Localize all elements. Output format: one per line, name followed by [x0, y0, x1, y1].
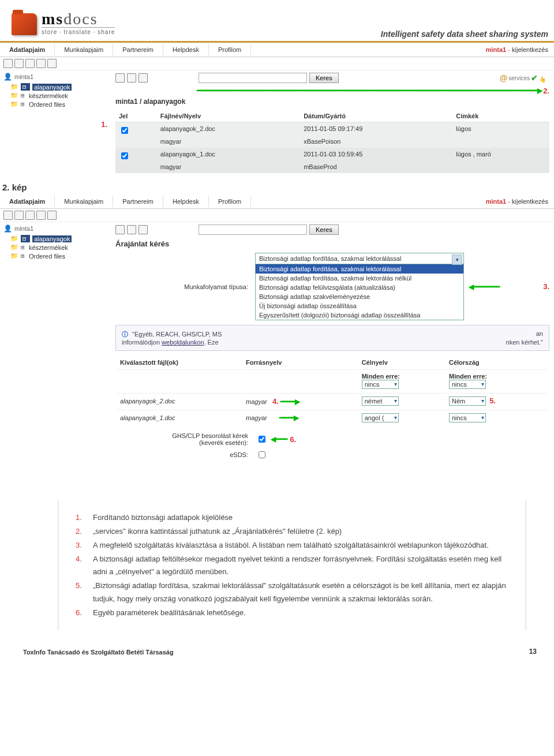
- inst-num: 5.: [76, 581, 82, 590]
- file-table: Jel Fájlnév/Nyelv Dátum/Gyártó Címkék al…: [115, 110, 549, 173]
- target-lang-select[interactable]: angol (: [362, 413, 399, 422]
- dropdown-option[interactable]: Biztonsági adatlap szakvéleményezése: [256, 292, 463, 301]
- search-input[interactable]: [199, 73, 307, 83]
- tree-item-kesztermekek[interactable]: ⊞késztermékek: [3, 243, 107, 252]
- dropdown-option[interactable]: Biztonsági adatlap felülvizsgálata (aktu…: [256, 283, 463, 292]
- sidebar-tree-2: minta1 ⊟alapanyagok ⊞késztermékek ⊞Order…: [0, 222, 111, 466]
- tree-user: minta1: [3, 73, 107, 81]
- tabbar-2: Adatlapjaim Munkalapjaim Partnereim Help…: [0, 194, 554, 209]
- tree-user: minta1: [3, 224, 107, 233]
- services-link[interactable]: services✔ 👆: [500, 73, 549, 83]
- col-files: Kiválasztott fájl(ok): [117, 357, 241, 368]
- tree-item-alapanyagok[interactable]: ⊟alapanyagok: [3, 83, 107, 91]
- inst-num: 2.: [76, 527, 82, 536]
- tab-helpdesk[interactable]: Helpdesk: [163, 44, 209, 55]
- tab-munkalapjaim[interactable]: Munkalapjaim: [55, 44, 113, 55]
- row-checkbox[interactable]: [121, 127, 128, 134]
- tab-profilom[interactable]: Profilom: [209, 196, 251, 207]
- target-country-select[interactable]: Ném: [449, 396, 486, 406]
- table-row: alapanyagok_2.doc 2011-01-05 09:17:49 lú…: [115, 122, 549, 136]
- target-lang-select[interactable]: német: [362, 396, 399, 406]
- logout-link[interactable]: kijelentkezés: [512, 46, 548, 53]
- refresh-icon[interactable]: [47, 59, 57, 68]
- arrow-4b: ━━━━━▶: [279, 414, 298, 422]
- weboldalunkon-link[interactable]: weboldalunkon: [162, 339, 204, 346]
- tab-partnereim[interactable]: Partnereim: [113, 44, 163, 55]
- tab-helpdesk[interactable]: Helpdesk: [163, 196, 209, 207]
- workflow-dropdown[interactable]: Biztonsági adatlap fordítása, szakmai le…: [255, 253, 464, 264]
- figure-caption: 2. kép: [2, 182, 554, 192]
- new-folder-icon[interactable]: [25, 59, 35, 68]
- reload-icon[interactable]: [138, 225, 148, 234]
- cursor-icon: 👆: [539, 76, 549, 87]
- workflow-options: Biztonsági adatlap fordítása, szakmai le…: [255, 264, 464, 320]
- tree-item-kesztermekek[interactable]: ⊞késztermékek: [3, 91, 107, 100]
- content-area-2: minta1 ⊟alapanyagok ⊞késztermékek ⊞Order…: [0, 222, 554, 466]
- col-tgt: Célnyelv: [358, 357, 444, 368]
- app-header: msdocs store · translate · share Intelli…: [0, 0, 554, 43]
- instruction-text: Fordítandó biztonsági adatlapok kijelölé…: [92, 511, 509, 525]
- search-button[interactable]: Keres: [309, 224, 339, 235]
- copy-icon[interactable]: [36, 211, 46, 220]
- callout-1: 1.: [101, 120, 107, 129]
- col-src: Forrásnyelv: [242, 357, 357, 368]
- logo-brand: msdocs: [42, 10, 115, 28]
- new-folder-icon[interactable]: [25, 211, 35, 220]
- callout-6: 6.: [290, 435, 296, 444]
- col-date: Dátum/Gyártó: [300, 110, 452, 122]
- tab-adatlapjaim[interactable]: Adatlapjaim: [0, 196, 55, 207]
- inst-num: 4.: [76, 555, 82, 563]
- content-area-1: minta1 ⊟alapanyagok ⊞késztermékek ⊞Order…: [0, 70, 554, 175]
- doc2-icon[interactable]: [127, 73, 136, 83]
- esds-checkbox[interactable]: [259, 451, 265, 458]
- col-jel: Jel: [115, 110, 157, 122]
- tab-munkalapjaim[interactable]: Munkalapjaim: [55, 196, 113, 207]
- doc2-icon[interactable]: [127, 225, 136, 234]
- sidebar-tree: minta1 ⊟alapanyagok ⊞késztermékek ⊞Order…: [0, 70, 111, 175]
- arrow-3: ◀━━━━━━━━━: [469, 283, 499, 291]
- dropdown-arrow-icon[interactable]: ▾: [452, 255, 462, 265]
- tab-partnereim[interactable]: Partnereim: [113, 196, 163, 207]
- col-tags: Címkék: [452, 110, 549, 122]
- all-target-select[interactable]: nincs: [362, 380, 399, 389]
- dropdown-option[interactable]: Új biztonsági adatlap összeállítása: [256, 301, 463, 310]
- collapse-all-icon[interactable]: [14, 59, 24, 68]
- doc-icon[interactable]: [115, 73, 125, 83]
- search-button[interactable]: Keres: [309, 73, 339, 83]
- logout-link[interactable]: kijelentkezés: [512, 198, 548, 205]
- workflow-row: Munkafolyamat típusa: Biztonsági adatlap…: [115, 253, 549, 320]
- workflow-label: Munkafolyamat típusa:: [115, 283, 255, 290]
- reload-icon[interactable]: [138, 73, 148, 83]
- tab-adatlapjaim[interactable]: Adatlapjaim: [0, 44, 55, 55]
- doc-icon[interactable]: [115, 225, 125, 234]
- arrow-4: ━━━━━▶: [280, 398, 299, 406]
- refresh-icon[interactable]: [47, 211, 57, 220]
- tab-profilom[interactable]: Profilom: [209, 44, 251, 55]
- arrow-2: ━━━━━━━━━━━━━━━━━━━━━━━━━━━━━━━━━━━━━━━━…: [197, 87, 541, 95]
- instruction-text: Egyéb paraméterek beállításának lehetősé…: [92, 606, 509, 620]
- copy-icon[interactable]: [36, 59, 46, 68]
- ghs-checkbox[interactable]: [259, 436, 265, 443]
- dropdown-option[interactable]: Biztonsági adatlap fordítása, szakmai le…: [256, 264, 463, 274]
- target-country-select[interactable]: nincs: [449, 413, 486, 422]
- tree-item-ordered[interactable]: ⊞Ordered files: [3, 100, 107, 108]
- quote-panel: Keres Árajánlat kérés Munkafolyamat típu…: [111, 222, 554, 466]
- footer-company: ToxInfo Tanácsadó és Szolgáltató Betéti …: [23, 649, 174, 656]
- all-country-select[interactable]: nincs: [449, 380, 486, 389]
- tree-item-ordered[interactable]: ⊞Ordered files: [3, 252, 107, 260]
- expand-all-icon[interactable]: [3, 59, 13, 68]
- dropdown-option[interactable]: Biztonsági adatlap fordítása, szakmai le…: [256, 274, 463, 283]
- tagline: Intelligent safety data sheet sharing sy…: [381, 29, 548, 39]
- tree-item-alapanyagok[interactable]: ⊟alapanyagok: [3, 234, 107, 243]
- logo-folder-icon: [12, 13, 37, 35]
- expand-all-icon[interactable]: [3, 211, 13, 220]
- search-input[interactable]: [199, 224, 307, 235]
- info-box: ⓘ "Egyéb, REACH, GHS/CLP, MS an informál…: [115, 325, 549, 351]
- logo: msdocs store · translate · share: [12, 10, 115, 35]
- inst-num: 6.: [76, 608, 82, 617]
- row-checkbox[interactable]: [121, 152, 128, 159]
- dropdown-option[interactable]: Egyszerűsített (dolgozói) biztonsági ada…: [256, 310, 463, 320]
- user-info: minta1 - kijelentkezés: [480, 46, 554, 53]
- collapse-all-icon[interactable]: [14, 211, 24, 220]
- inst-num: 1.: [76, 513, 82, 522]
